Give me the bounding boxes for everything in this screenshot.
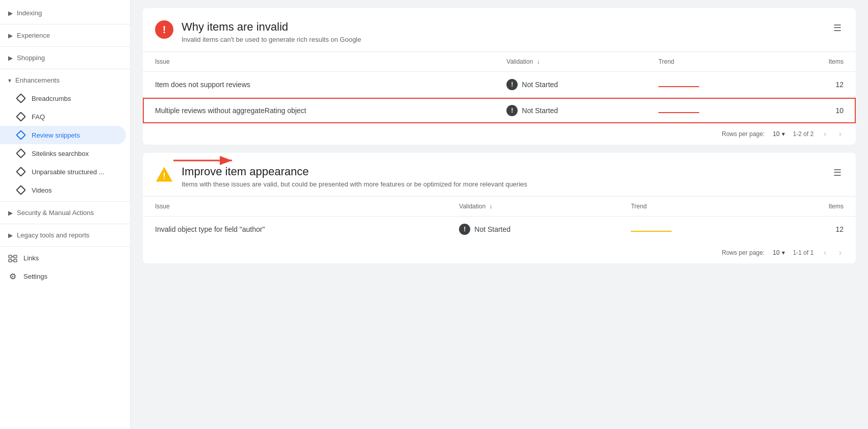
invalid-items-tbody: Item does not support reviews ! Not Star… <box>143 72 856 124</box>
sidebar-item-links-label: Links <box>23 254 39 262</box>
invalid-items-table: Issue Validation ↓ Trend Items Item does… <box>143 51 856 123</box>
validation-icon: ! <box>506 105 518 116</box>
warning-icon: ! <box>155 165 173 183</box>
prev-page-button[interactable]: ‹ <box>822 246 828 259</box>
sidebar-item-settings[interactable]: ⚙ Settings <box>0 267 126 285</box>
col-validation[interactable]: Validation ↓ <box>447 197 619 217</box>
sidebar-item-videos[interactable]: Videos <box>0 181 126 199</box>
divider <box>0 69 130 69</box>
invalid-items-subtitle: Invalid items can't be used to generate … <box>182 36 361 43</box>
svg-rect-1 <box>14 255 17 258</box>
sidebar-group-experience-label: Experience <box>17 32 50 39</box>
rows-per-page: Rows per page: <box>722 249 764 256</box>
svg-rect-4 <box>14 259 17 262</box>
col-validation[interactable]: Validation ↓ <box>494 52 646 72</box>
card-header-left: ! Improve item appearance Items with the… <box>155 165 527 188</box>
sort-icon: ↓ <box>489 203 492 210</box>
improve-appearance-tbody: Invalid object type for field "author" !… <box>143 217 856 243</box>
sidebar-item-links[interactable]: Links <box>0 249 126 267</box>
svg-rect-3 <box>9 259 12 262</box>
prev-page-button[interactable]: ‹ <box>822 127 828 141</box>
sidebar-item-unparsable[interactable]: Unparsable structured ... <box>0 163 126 181</box>
sidebar-group-shopping-label: Shopping <box>17 54 45 62</box>
col-trend: Trend <box>646 52 777 72</box>
col-issue: Issue <box>143 52 494 72</box>
table-row[interactable]: Item does not support reviews ! Not Star… <box>143 72 856 98</box>
chevron-down-icon: ▾ <box>782 130 785 138</box>
pagination-info: 1-1 of 1 <box>793 249 814 256</box>
sidebar-group-shopping[interactable]: ▶ Shopping <box>0 49 130 67</box>
divider <box>0 46 130 47</box>
validation-cell: ! Not Started <box>494 98 646 124</box>
next-page-button[interactable]: › <box>837 127 844 141</box>
validation-status: Not Started <box>522 106 558 115</box>
diamond-icon <box>16 94 25 103</box>
filter-icon[interactable]: ☰ <box>831 20 844 36</box>
chevron-right-icon: ▶ <box>8 55 13 62</box>
sidebar-group-security-label: Security & Manual Actions <box>17 209 94 217</box>
trend-cell <box>646 72 777 98</box>
sidebar-group-indexing-label: Indexing <box>17 9 42 17</box>
sidebar-item-settings-label: Settings <box>23 273 47 280</box>
divider <box>0 24 130 24</box>
trend-line <box>658 112 699 113</box>
sidebar: ▶ Indexing ▶ Experience ▶ Shopping ▾ Enh… <box>0 0 131 429</box>
sort-icon: ↓ <box>537 58 540 65</box>
divider <box>0 224 130 224</box>
table-header: Issue Validation ↓ Trend Items <box>143 197 856 217</box>
issue-cell: Invalid object type for field "author" <box>143 217 447 243</box>
table-row[interactable]: Multiple reviews without aggregateRating… <box>143 98 856 124</box>
next-page-button[interactable]: › <box>837 246 844 259</box>
invalid-items-title: Why items are invalid <box>182 20 361 34</box>
error-icon: ! <box>155 20 173 39</box>
table-footer: Rows per page: 10 ▾ 1-2 of 2 ‹ › <box>143 123 856 145</box>
col-items: Items <box>767 197 856 217</box>
sidebar-group-indexing[interactable]: ▶ Indexing <box>0 4 130 22</box>
chevron-down-icon: ▾ <box>8 77 11 84</box>
sidebar-group-security[interactable]: ▶ Security & Manual Actions <box>0 204 130 222</box>
rows-select[interactable]: 10 ▾ <box>773 130 784 138</box>
invalid-items-card: ! Why items are invalid Invalid items ca… <box>143 8 856 145</box>
rows-per-page: Rows per page: <box>722 130 764 138</box>
divider <box>0 201 130 202</box>
filter-icon[interactable]: ☰ <box>831 165 844 180</box>
rows-per-page-label: Rows per page: <box>722 130 764 138</box>
sidebar-item-breadcrumbs-label: Breadcrumbs <box>32 95 71 102</box>
sidebar-item-review-snippets[interactable]: Review snippets <box>0 126 126 144</box>
validation-status: Not Started <box>474 225 510 233</box>
svg-rect-0 <box>9 255 12 258</box>
improve-appearance-card: ! Improve item appearance Items with the… <box>143 153 856 263</box>
sidebar-item-breadcrumbs[interactable]: Breadcrumbs <box>0 89 126 108</box>
sidebar-group-enhancements[interactable]: ▾ Enhancements <box>0 71 130 89</box>
improve-appearance-header: ! Improve item appearance Items with the… <box>143 153 856 196</box>
trend-line <box>631 231 672 232</box>
sidebar-item-faq[interactable]: FAQ <box>0 108 126 126</box>
sidebar-group-enhancements-label: Enhancements <box>15 76 60 84</box>
card-titles: Why items are invalid Invalid items can'… <box>182 20 361 43</box>
main-content: ! Why items are invalid Invalid items ca… <box>131 0 868 429</box>
chevron-right-icon: ▶ <box>8 232 13 239</box>
chevron-right-icon: ▶ <box>8 32 13 39</box>
sidebar-group-legacy[interactable]: ▶ Legacy tools and reports <box>0 226 130 244</box>
sidebar-group-legacy-label: Legacy tools and reports <box>17 231 89 239</box>
invalid-items-header: ! Why items are invalid Invalid items ca… <box>143 8 856 51</box>
validation-cell: ! Not Started <box>494 72 646 98</box>
sidebar-group-experience[interactable]: ▶ Experience <box>0 26 130 44</box>
divider <box>0 246 130 247</box>
svg-text:!: ! <box>163 171 165 180</box>
diamond-icon <box>16 167 25 176</box>
rows-count: 10 <box>773 130 779 138</box>
improve-appearance-title: Improve item appearance <box>182 165 527 178</box>
items-count: 12 <box>767 217 856 243</box>
rows-select[interactable]: 10 ▾ <box>773 249 784 256</box>
col-trend: Trend <box>619 197 767 217</box>
improve-appearance-table: Issue Validation ↓ Trend Items Invalid o… <box>143 196 856 242</box>
col-items: Items <box>777 52 856 72</box>
table-row[interactable]: Invalid object type for field "author" !… <box>143 217 856 243</box>
rows-per-page-label: Rows per page: <box>722 249 764 256</box>
col-issue: Issue <box>143 197 447 217</box>
chevron-down-icon: ▾ <box>782 249 785 256</box>
sidebar-item-videos-label: Videos <box>32 186 52 194</box>
card-header-left: ! Why items are invalid Invalid items ca… <box>155 20 361 43</box>
sidebar-item-sitelinks-searchbox[interactable]: Sitelinks searchbox <box>0 144 126 163</box>
